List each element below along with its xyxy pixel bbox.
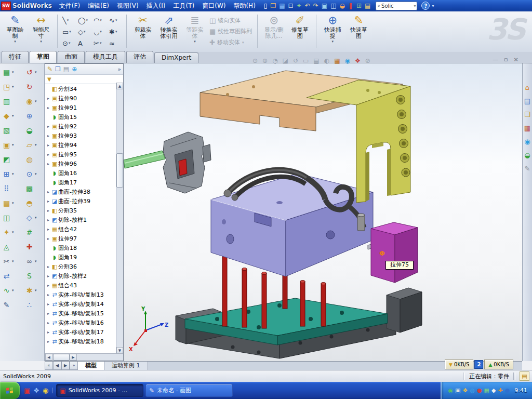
sketch-tool-button[interactable]: ▭ ▾ (61, 26, 76, 37)
part-clamp-gray[interactable] (163, 132, 211, 193)
part-rail-right-gray[interactable] (387, 288, 422, 332)
filter-funnel-icon[interactable]: ▼ (47, 76, 51, 82)
expand-arrow-icon[interactable]: ▸ (46, 262, 51, 272)
toolbar-icon[interactable]: ❚ (348, 3, 353, 9)
tree-item[interactable]: ▸ ▣ 拉伸92 (46, 122, 116, 131)
model-tab-nav-button[interactable]: » (70, 362, 78, 370)
expand-arrow-icon[interactable]: ▸ (46, 309, 51, 318)
tree-item[interactable]: ▸ ⇄ 实体-移动/复制16 (46, 318, 116, 328)
left-toolbar-button[interactable]: ◬ (2, 242, 14, 251)
taskpane-icon[interactable]: ❒ (524, 111, 530, 118)
monitor-badge[interactable]: 2 (474, 360, 483, 369)
ribbon-button[interactable]: ✐ 修复草 图 (287, 14, 313, 45)
left-toolbar-button[interactable]: ▧ (2, 126, 14, 135)
menu-item[interactable]: 插入(I) (147, 2, 166, 10)
sketch-tool-button[interactable]: ✂ ▾ (92, 37, 108, 49)
view-toolbar-icon[interactable]: ⊘ (365, 58, 370, 64)
view-toolbar-icon[interactable]: ❖ (355, 58, 361, 64)
tree-horizontal-scrollbar[interactable]: ◀ ▶ (45, 353, 123, 361)
window-control-icon[interactable]: — (493, 56, 498, 63)
expand-arrow-icon[interactable]: ▸ (46, 290, 51, 300)
part-rod-green[interactable] (124, 151, 165, 168)
ribbon-button[interactable]: ✎ 草图绘 制 ▾ (2, 14, 28, 45)
ribbon-button[interactable]: ⊚ 显示/删 除几... (261, 14, 287, 45)
left-toolbar-button[interactable]: ✚ (25, 242, 37, 251)
tree-filter-row[interactable]: ▼ (45, 75, 123, 84)
sketch-tool-button[interactable]: ≈ (108, 37, 123, 49)
tray-icon[interactable]: ✚ (498, 388, 502, 393)
tray-icon[interactable]: ● (477, 388, 482, 393)
chevron-down-icon[interactable]: ▾ (414, 4, 416, 8)
taskbar-task[interactable]: ▣ SolidWorks 2009 - ... (56, 384, 143, 397)
model-canvas[interactable]: Φ Y Z X (124, 63, 522, 361)
model-tab-nav-button[interactable]: ▶ (61, 362, 70, 370)
taskpane-icon[interactable]: ⌂ (525, 84, 529, 91)
left-toolbar-button[interactable]: ◩ (2, 155, 14, 164)
part-core-purple[interactable] (211, 174, 381, 276)
ribbon-stack-button[interactable]: ✚ 移动实体 ▾ (209, 38, 254, 46)
menu-item[interactable]: 工具(T) (174, 2, 195, 10)
model-tab[interactable]: 模型 (78, 362, 104, 370)
expand-arrow-icon[interactable]: ▸ (46, 197, 51, 206)
tree-item[interactable]: ▸ ▣ 拉伸94 (46, 141, 116, 150)
ribbon-button[interactable]: ⇗ 转换实 体引用 (156, 14, 182, 45)
expand-arrow-icon[interactable]: ▸ (46, 131, 51, 141)
tree-item[interactable]: ▸ ▦ 组合43 (46, 281, 116, 290)
ribbon-button[interactable]: ✂ 剪裁实 体 (130, 14, 156, 45)
left-toolbar-button[interactable]: ◇ ▾ (25, 213, 37, 222)
tray-icon[interactable]: ▣ (24, 388, 30, 393)
expand-arrow-icon[interactable]: ▸ (46, 328, 51, 337)
toolbar-options-caret[interactable]: ▾ (432, 4, 434, 8)
commandmanager-tab[interactable]: 曲面 (58, 51, 85, 63)
tray-icon[interactable]: ▣ (455, 388, 460, 393)
left-toolbar-button[interactable]: ✂ ▾ (2, 257, 14, 266)
scroll-thumb[interactable] (116, 153, 123, 188)
search-box[interactable]: ⌕ Solic ▾ (376, 2, 417, 10)
toolbar-icon[interactable]: ❒ (270, 3, 276, 9)
tree-item[interactable]: ▸ ◪ 曲面-拉伸39 (46, 197, 116, 206)
left-toolbar-button[interactable]: ◳ ▾ (2, 82, 14, 91)
tree-toolbar-icon[interactable]: ▤ (63, 66, 69, 72)
left-toolbar-button[interactable]: ◉ ▾ (25, 97, 37, 106)
expand-arrow-icon[interactable]: ▸ (46, 216, 51, 225)
taskpane-icon[interactable]: ◒ (524, 152, 530, 158)
commandmanager-tab[interactable]: 草图 (30, 51, 57, 63)
taskbar-task[interactable]: ✎ 未命名 - 画图 (145, 384, 233, 397)
tray-icon[interactable]: ◍ (470, 388, 475, 393)
left-toolbar-button[interactable]: ⠿ (2, 184, 14, 193)
part-block-magenta[interactable]: Φ (371, 222, 418, 283)
commandmanager-tab[interactable]: DimXpert (154, 52, 198, 63)
expand-arrow-icon[interactable]: ▸ (46, 206, 51, 216)
taskpane-icon[interactable]: ✎ (525, 165, 530, 172)
scroll-right-button[interactable]: ▶ (70, 354, 77, 361)
ribbon-button[interactable]: ⊕ 快速捕 捉 ▾ (320, 14, 345, 45)
left-toolbar-button[interactable]: ◒ (25, 126, 37, 135)
toolbar-icon[interactable]: ↶ (305, 3, 310, 9)
tree-item[interactable]: ▸ ◧ 分割35 (46, 206, 116, 216)
commandmanager-tab[interactable]: 特征 (2, 51, 29, 63)
expand-arrow-icon[interactable]: ▸ (46, 225, 51, 234)
tree-item[interactable]: ▸ ◪ 曲面-拉伸38 (46, 188, 116, 197)
expand-arrow-icon[interactable]: ▸ (46, 318, 51, 328)
menu-item[interactable]: 视图(V) (117, 2, 139, 10)
sketch-tool-button[interactable]: ⊙ ▾ (61, 37, 76, 49)
expand-arrow-icon[interactable]: ▸ (46, 234, 51, 244)
toolbar-icon[interactable]: ✦ (297, 3, 302, 9)
expand-arrow-icon[interactable]: ▸ (46, 300, 51, 309)
start-button[interactable] (0, 382, 20, 399)
sketch-tool-button[interactable]: A (76, 37, 92, 49)
expand-arrow-icon[interactable]: ▸ (46, 159, 51, 169)
expand-arrow-icon[interactable]: ▸ (46, 272, 51, 281)
sketch-tool-button[interactable]: ◡ ▾ (92, 26, 108, 37)
tree-item[interactable]: ▸ ▣ 拉伸91 (46, 103, 116, 113)
left-toolbar-button[interactable]: ↻ (25, 82, 37, 91)
view-toolbar-icon[interactable]: ▦ (334, 58, 340, 64)
search-input[interactable]: Solic (381, 3, 413, 9)
tree-item[interactable]: ◧ 分割34 (46, 85, 116, 94)
ribbon-button[interactable]: ≣ 等距实 体 ▾ (182, 14, 208, 45)
scroll-thumb[interactable] (53, 354, 70, 361)
taskpane-icon[interactable]: ▤ (524, 98, 530, 104)
toolbar-icon[interactable]: ▯ (264, 3, 268, 9)
window-control-icon[interactable]: × (513, 56, 518, 63)
tree-item[interactable]: ▸ ⇄ 实体-移动/复制17 (46, 328, 116, 337)
